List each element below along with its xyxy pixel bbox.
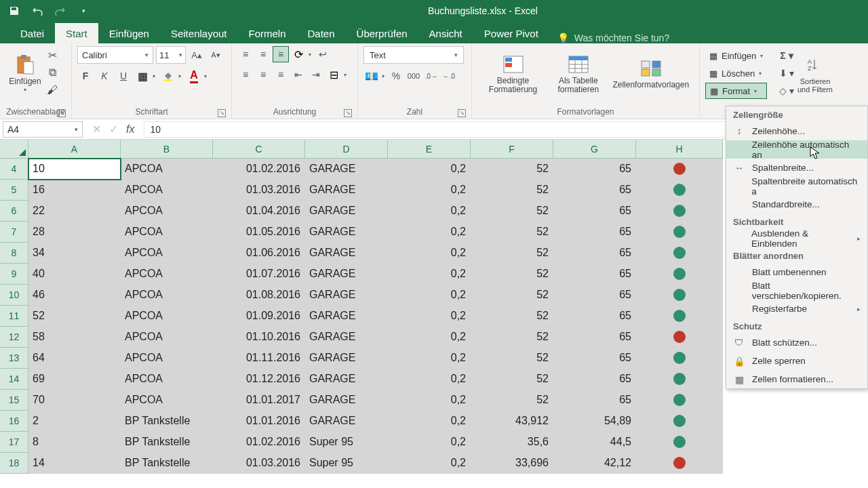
- cell[interactable]: [636, 369, 723, 390]
- number-format-combo[interactable]: Text▾: [363, 46, 464, 64]
- cell[interactable]: 65: [553, 327, 636, 348]
- merge-button[interactable]: ⊟▾: [326, 66, 349, 83]
- menu-row-height[interactable]: ↕Zeilenhöhe...: [726, 122, 867, 140]
- cell[interactable]: 64: [28, 348, 121, 369]
- cell[interactable]: APCOA: [121, 180, 213, 201]
- font-size-combo[interactable]: 11▾: [156, 46, 186, 64]
- cell[interactable]: 0,2: [388, 243, 471, 264]
- align-right-icon[interactable]: ≡: [273, 66, 289, 83]
- cell[interactable]: 0,2: [388, 453, 471, 474]
- shrink-font-icon[interactable]: A▾: [208, 47, 224, 63]
- column-header[interactable]: C: [213, 140, 305, 159]
- indent-decrease-icon[interactable]: ⇤: [290, 66, 307, 83]
- qat-customize-icon[interactable]: ▾: [75, 3, 92, 19]
- cell[interactable]: APCOA: [121, 201, 213, 222]
- cell[interactable]: 70: [28, 390, 121, 411]
- cell[interactable]: 54,89: [553, 411, 636, 432]
- cell[interactable]: 16: [28, 180, 121, 201]
- name-box[interactable]: A4▾: [3, 121, 83, 138]
- row-header[interactable]: 12: [0, 327, 28, 348]
- cell[interactable]: 43,912: [471, 411, 553, 432]
- cell[interactable]: 52: [471, 264, 553, 285]
- cell[interactable]: GARAGE: [305, 159, 388, 180]
- row-header[interactable]: 8: [0, 243, 28, 264]
- cell[interactable]: 52: [471, 369, 553, 390]
- save-icon[interactable]: [5, 3, 23, 19]
- cell[interactable]: 01.04.2016: [213, 201, 305, 222]
- dialog-launcher-icon[interactable]: ↘: [458, 109, 466, 117]
- cell[interactable]: 65: [553, 222, 636, 243]
- sort-filter-button[interactable]: AZ Sortieren und Filtern: [795, 46, 835, 102]
- cell[interactable]: 01.02.2016: [213, 159, 305, 180]
- cell[interactable]: 01.09.2016: [213, 306, 305, 327]
- cell[interactable]: 01.01.2016: [213, 411, 305, 432]
- format-cells-button[interactable]: ▦Format▾: [705, 83, 767, 99]
- cell[interactable]: [636, 201, 723, 222]
- cell[interactable]: 65: [553, 285, 636, 306]
- align-top-icon[interactable]: ≡: [237, 46, 254, 62]
- copy-icon[interactable]: ⧉: [45, 65, 60, 80]
- column-header[interactable]: G: [553, 140, 636, 159]
- cell[interactable]: [636, 159, 723, 180]
- cancel-formula-icon[interactable]: ✕: [92, 123, 101, 136]
- cell[interactable]: 42,12: [553, 453, 636, 474]
- menu-default-width[interactable]: Standardbreite...: [726, 195, 867, 214]
- row-header[interactable]: 16: [0, 411, 28, 432]
- cell[interactable]: 69: [28, 369, 121, 390]
- cell[interactable]: 52: [471, 180, 553, 201]
- cell[interactable]: 8: [28, 432, 121, 453]
- cell[interactable]: 0,2: [388, 180, 471, 201]
- format-painter-icon[interactable]: 🖌: [45, 83, 60, 98]
- tab-daten[interactable]: Daten: [297, 23, 346, 43]
- tab-formeln[interactable]: Formeln: [238, 23, 297, 43]
- cell[interactable]: 01.11.2016: [213, 348, 305, 369]
- cell[interactable]: 01.10.2016: [213, 327, 305, 348]
- column-header[interactable]: D: [305, 140, 388, 159]
- tab-start[interactable]: Start: [55, 23, 98, 43]
- tab-einfuegen[interactable]: Einfügen: [98, 23, 160, 43]
- cell[interactable]: GARAGE: [305, 264, 388, 285]
- comma-style-icon[interactable]: 000: [406, 68, 422, 84]
- cell[interactable]: 01.05.2016: [213, 222, 305, 243]
- cell[interactable]: 0,2: [388, 390, 471, 411]
- menu-rename-sheet[interactable]: Blatt umbenennen: [726, 263, 867, 281]
- cell[interactable]: 0,2: [388, 201, 471, 222]
- insert-cells-button[interactable]: ▦Einfügen▾: [705, 47, 767, 64]
- align-bottom-icon[interactable]: ≡: [273, 46, 289, 62]
- cell[interactable]: 52: [28, 306, 121, 327]
- align-center-icon[interactable]: ≡: [255, 66, 271, 83]
- cell[interactable]: GARAGE: [305, 390, 388, 411]
- dialog-launcher-icon[interactable]: ↘: [58, 109, 66, 117]
- menu-move-copy-sheet[interactable]: Blatt verschieben/kopieren.: [726, 281, 867, 300]
- cell[interactable]: 33,696: [471, 453, 553, 474]
- cell[interactable]: 01.01.2017: [213, 390, 305, 411]
- fill-icon[interactable]: ⬇ ▾: [778, 65, 795, 81]
- column-header[interactable]: A: [28, 140, 121, 159]
- cell[interactable]: 65: [553, 390, 636, 411]
- redo-icon[interactable]: [52, 3, 69, 19]
- tab-datei[interactable]: Datei: [9, 23, 55, 43]
- cell[interactable]: APCOA: [121, 264, 213, 285]
- cell[interactable]: GARAGE: [305, 411, 388, 432]
- column-header[interactable]: E: [388, 140, 471, 159]
- cell[interactable]: 65: [553, 369, 636, 390]
- cell[interactable]: 14: [28, 453, 121, 474]
- cell[interactable]: [636, 432, 723, 453]
- grow-font-icon[interactable]: A▴: [189, 47, 205, 63]
- font-color-button[interactable]: A▾: [186, 68, 209, 84]
- cell[interactable]: 65: [553, 306, 636, 327]
- cell[interactable]: 52: [471, 243, 553, 264]
- cell[interactable]: APCOA: [121, 390, 213, 411]
- conditional-formatting-button[interactable]: Bedingte Formatierung: [477, 46, 549, 102]
- cell[interactable]: Super 95: [305, 453, 388, 474]
- cell[interactable]: GARAGE: [305, 285, 388, 306]
- cell[interactable]: GARAGE: [305, 243, 388, 264]
- cell[interactable]: BP Tankstelle: [121, 432, 213, 453]
- cell[interactable]: 28: [28, 222, 121, 243]
- cut-icon[interactable]: ✂: [45, 47, 60, 62]
- cell[interactable]: 01.07.2016: [213, 264, 305, 285]
- cell[interactable]: 0,2: [388, 411, 471, 432]
- cell[interactable]: 01.12.2016: [213, 369, 305, 390]
- cell[interactable]: 52: [471, 327, 553, 348]
- cell[interactable]: 65: [553, 243, 636, 264]
